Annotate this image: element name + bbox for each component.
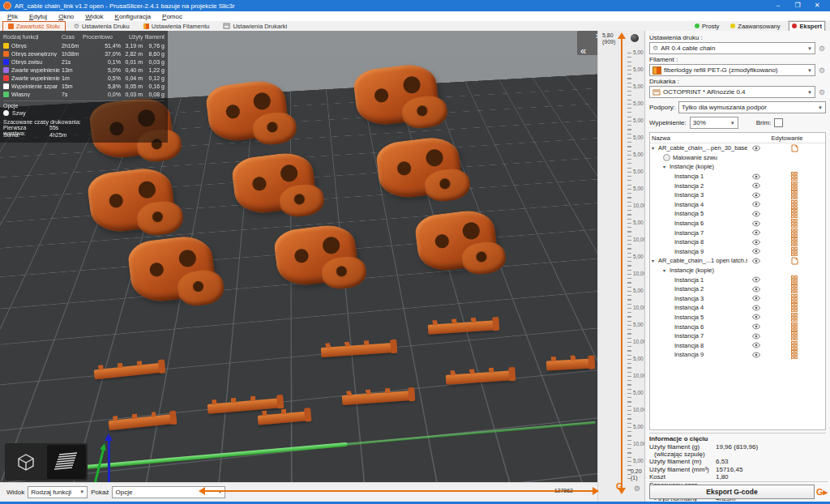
menu-item[interactable]: Plik: [2, 13, 24, 20]
visibility-eye-icon[interactable]: [747, 192, 765, 199]
instance-grid-icon[interactable]: [765, 303, 824, 312]
menu-item[interactable]: Edytuj: [24, 13, 53, 20]
instance-row[interactable]: Instancja 2: [650, 181, 825, 190]
visibility-eye-icon[interactable]: [747, 342, 765, 348]
expand-arrow-icon[interactable]: ▾: [663, 164, 670, 169]
close-button[interactable]: ✕: [807, 0, 827, 11]
collapse-sidebar-button[interactable]: » «: [577, 31, 597, 55]
instance-row[interactable]: Instancja 5: [650, 209, 825, 219]
instance-grid-icon[interactable]: [765, 229, 824, 237]
seam-paint-row[interactable]: Malowanie szwu: [650, 153, 825, 163]
visibility-eye-icon[interactable]: [747, 258, 765, 264]
print-settings-gear-button[interactable]: ⚙: [818, 45, 826, 53]
tab-plater[interactable]: Zawartość Stołu: [2, 21, 66, 32]
instance-row[interactable]: Instancja 3: [650, 294, 825, 304]
menu-item[interactable]: Widok: [79, 13, 109, 20]
instance-grid-icon[interactable]: [765, 284, 824, 293]
visibility-eye-icon[interactable]: [747, 211, 765, 217]
instance-grid-icon[interactable]: [765, 331, 824, 340]
minimize-button[interactable]: –: [768, 0, 788, 11]
instance-row[interactable]: Instancja 5: [650, 313, 825, 322]
visibility-eye-icon[interactable]: [747, 305, 765, 311]
instance-row[interactable]: Instancja 2: [650, 284, 825, 294]
instance-grid-icon[interactable]: [765, 190, 824, 199]
printer-gear-button[interactable]: ⚙: [818, 88, 826, 96]
visibility-eye-icon[interactable]: [747, 229, 765, 236]
3d-view-button[interactable]: [6, 445, 45, 479]
supports-select[interactable]: Tylko dla wymuszania podpór ▼: [678, 101, 826, 113]
tab-print-settings[interactable]: ⚙ Ustawienia Druku: [68, 21, 135, 32]
instance-row[interactable]: Instancja 3: [650, 190, 825, 200]
object-row[interactable]: ▾ AR_cable_chain_...pen_30_base.stl: [650, 143, 825, 153]
instance-grid-icon[interactable]: [765, 275, 824, 284]
visibility-eye-icon[interactable]: [747, 276, 765, 283]
instance-row[interactable]: Instancja 9: [650, 247, 825, 257]
horizontal-range-slider[interactable]: 127862 127857: [204, 490, 593, 492]
instances-group-row[interactable]: ▾ Instancje (kopie): [650, 266, 825, 275]
instance-grid-icon[interactable]: [765, 209, 824, 218]
visibility-eye-icon[interactable]: [747, 323, 765, 330]
object-chain-link[interactable]: [374, 135, 464, 201]
instance-row[interactable]: Instancja 1: [650, 172, 825, 182]
expand-arrow-icon[interactable]: ▾: [652, 145, 658, 151]
visibility-eye-icon[interactable]: [747, 173, 765, 180]
visibility-eye-icon[interactable]: [747, 333, 765, 340]
filament-select[interactable]: fiberlodgy refill PET-G (zmodyfikowano) …: [649, 64, 815, 76]
visibility-eye-icon[interactable]: [747, 314, 765, 320]
object-row[interactable]: ▾ AR_cable_chain_...1 open latch.stl: [650, 256, 825, 266]
instance-grid-icon[interactable]: [765, 200, 824, 209]
instance-grid-icon[interactable]: [765, 219, 824, 228]
edit-object-icon[interactable]: [765, 144, 824, 152]
visibility-eye-icon[interactable]: [747, 145, 765, 152]
visibility-eye-icon[interactable]: [747, 286, 765, 293]
object-chain-link[interactable]: [86, 165, 177, 235]
object-chain-link[interactable]: [352, 62, 441, 128]
instance-row[interactable]: Instancja 7: [650, 331, 825, 341]
visibility-eye-icon[interactable]: [747, 239, 765, 246]
instance-grid-icon[interactable]: [765, 341, 824, 350]
tab-filament-settings[interactable]: Ustawienia Filamentu: [138, 21, 216, 32]
seams-toggle[interactable]: Szwy: [3, 109, 165, 117]
visibility-eye-icon[interactable]: [747, 248, 765, 254]
expand-arrow-icon[interactable]: ▾: [663, 267, 670, 273]
object-chain-link[interactable]: [413, 207, 499, 273]
expand-arrow-icon[interactable]: ▾: [652, 258, 658, 263]
menu-item[interactable]: Konfiguracja: [109, 13, 156, 20]
brim-checkbox[interactable]: [774, 118, 783, 127]
instance-grid-icon[interactable]: [765, 350, 824, 359]
instance-grid-icon[interactable]: [765, 294, 824, 303]
instance-row[interactable]: Instancja 4: [650, 200, 825, 210]
menu-item[interactable]: Okno: [53, 13, 79, 20]
object-chain-link[interactable]: [230, 150, 318, 216]
infill-select[interactable]: 30% ▼: [690, 117, 738, 129]
menu-item[interactable]: Pomoc: [156, 13, 188, 20]
instance-grid-icon[interactable]: [765, 322, 824, 331]
visibility-eye-icon[interactable]: [747, 295, 765, 301]
maximize-button[interactable]: ❐: [788, 0, 807, 11]
instances-group-row[interactable]: ▾ Instancje (kopie): [650, 162, 825, 172]
edit-object-icon[interactable]: [765, 257, 824, 265]
3d-viewport[interactable]: Rodzaj funkcji Czas Procentowo Użyty fil…: [0, 31, 597, 482]
instance-grid-icon[interactable]: [765, 313, 824, 322]
instance-row[interactable]: Instancja 6: [650, 322, 825, 331]
object-chain-link[interactable]: [272, 222, 360, 288]
gcode-marker-icon[interactable]: G: [616, 481, 623, 491]
view-select[interactable]: Rodzaj funkcji ▼: [28, 486, 88, 498]
instance-row[interactable]: Instancja 4: [650, 303, 825, 313]
object-chain-link[interactable]: [126, 233, 217, 305]
layer-slider-handle[interactable]: [631, 34, 639, 42]
show-select[interactable]: Opcje ▼: [112, 486, 225, 498]
instance-row[interactable]: Instancja 7: [650, 228, 825, 237]
printer-select[interactable]: OCTOPRINT * ARnozzle 0.4 ▼: [649, 86, 815, 98]
visibility-eye-icon[interactable]: [747, 182, 765, 189]
instance-row[interactable]: Instancja 8: [650, 340, 825, 350]
mode-simple[interactable]: Prosty: [692, 22, 721, 31]
visibility-eye-icon[interactable]: [747, 352, 765, 358]
object-chain-link[interactable]: [204, 78, 290, 143]
print-settings-select[interactable]: ⚙ AR 0.4 cable chain ▼: [649, 42, 815, 54]
instance-row[interactable]: Instancja 8: [650, 237, 825, 247]
instance-grid-icon[interactable]: [765, 237, 824, 246]
instance-grid-icon[interactable]: [765, 172, 824, 181]
layers-view-button[interactable]: [47, 445, 86, 479]
instance-row[interactable]: Instancja 9: [650, 350, 825, 360]
